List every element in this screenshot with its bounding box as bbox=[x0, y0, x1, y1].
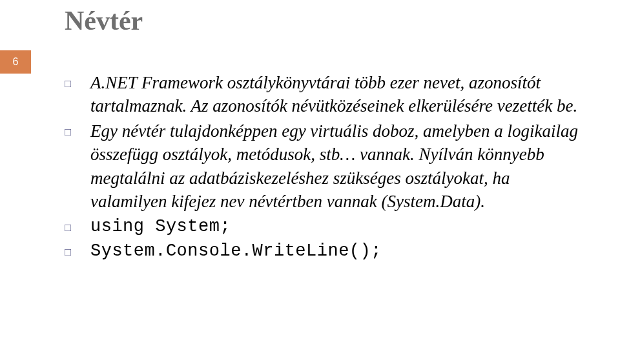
page-number-badge: 6 bbox=[0, 50, 31, 74]
bullet-text: using System; bbox=[90, 215, 231, 238]
list-item: □ System.Console.WriteLine(); bbox=[65, 239, 581, 263]
list-item: □ A.NET Framework osztálykönyvtárai több… bbox=[65, 71, 581, 118]
page-title: Névtér bbox=[65, 5, 143, 36]
bullet-marker-icon: □ bbox=[65, 239, 90, 259]
bullet-marker-icon: □ bbox=[65, 215, 90, 234]
bullet-text: System.Console.WriteLine(); bbox=[90, 239, 382, 263]
bullet-text: A.NET Framework osztálykönyvtárai több e… bbox=[90, 71, 581, 118]
bullet-marker-icon: □ bbox=[65, 71, 90, 90]
content-area: □ A.NET Framework osztálykönyvtárai több… bbox=[65, 71, 581, 265]
bullet-text: Egy névtér tulajdonképpen egy virtuális … bbox=[90, 119, 581, 214]
list-item: □ using System; bbox=[65, 215, 581, 238]
list-item: □ Egy névtér tulajdonképpen egy virtuáli… bbox=[65, 119, 581, 214]
bullet-marker-icon: □ bbox=[65, 119, 90, 139]
